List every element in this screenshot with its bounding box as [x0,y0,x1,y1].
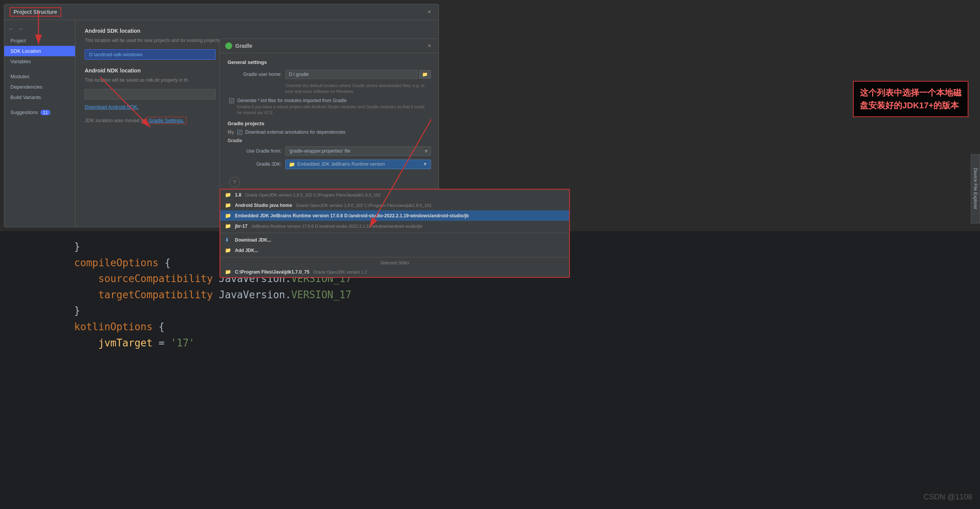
gradle-projects-title: Gradle projects [228,121,431,126]
android-java-sub: Oracle OpenJDK version 1.8.0_102 C:/Prog… [296,203,432,208]
android-sdk-input[interactable] [85,49,216,60]
gradle-titlebar: Gradle × [220,39,439,53]
jdk170-main: C:\Program Files\Java\jdk1.7.0_75 [235,269,309,275]
generate-iml-row: Generate *.iml files for modules importe… [228,98,431,116]
add-jdk-main: Add JDK... [235,248,258,253]
jdk18-main: 1.8 [235,192,241,198]
jdk-folder-icon: 📁 [289,161,295,167]
dropdown-divider-1 [220,233,569,233]
sidebar-item-suggestions[interactable]: Suggestions 11 [4,107,75,118]
annotation-text: 这个列表中选择一个本地磁盘安装好的JDK17+的版本 [860,88,962,110]
gradle-user-home-row: Gradle user home: 📁 [228,70,431,79]
nav-forward-button[interactable]: → [17,25,23,32]
download-annotations-row: My Download external annotations for dep… [228,129,431,135]
suggestions-badge: 11 [40,110,50,115]
svg-point-0 [227,44,231,48]
dropdown-item-add-jdk[interactable]: 📁 Add JDK... [220,245,569,255]
generate-iml-desc: Enable if you have a mixed project with … [237,104,429,116]
gradle-dialog-title: Gradle [235,43,252,49]
device-file-explorer-tab[interactable]: Device File Explorer [971,154,980,223]
embedded-jdk-main: Embedded JDK JetBrains Runtime version 1… [235,213,469,218]
gradle-user-home-label: Gradle user home: [228,72,281,77]
gradle-jdk-value: Embedded JDK JetBrains Runtime version [297,161,385,167]
dropdown-item-jdk18[interactable]: 📁 1.8 Oracle OpenJDK version 1.8.0_102 C… [220,190,569,200]
jdk-dropdown-content: 📁 Embedded JDK JetBrains Runtime version [289,161,385,167]
generate-iml-label-wrap: Generate *.iml files for modules importe… [237,98,429,116]
gradle-jdk-row: Gradle JDK: 📁 Embedded JDK JetBrains Run… [228,160,431,169]
project-structure-title: Project Structure [10,7,61,17]
gradle-user-home-input[interactable] [285,70,417,79]
project-short-label: My [228,129,234,135]
dropdown-item-jbr17[interactable]: 📁 jbr-17 JetBrains Runtime version 17.0.… [220,221,569,231]
gradle-settings-link[interactable]: Gradle Settings. [146,117,186,124]
gradle-body: General settings Gradle user home: 📁 Ove… [220,53,439,194]
jdk170-sub: Oracle OpenJDK version 1.7 [313,270,367,274]
embedded-jdk-folder-icon: 📁 [225,213,231,218]
gradle-home-folder-button[interactable]: 📁 [419,70,431,79]
android-ndk-input[interactable] [85,89,216,99]
help-button[interactable]: ? [229,177,240,188]
sidebar-item-project[interactable]: Project [4,35,75,46]
download-annotations-checkbox[interactable] [237,130,242,135]
use-gradle-from-label: Use Gradle from: [228,148,281,154]
gradle-jdk-dropdown[interactable]: 📁 Embedded JDK JetBrains Runtime version… [285,160,431,169]
generate-iml-checkbox[interactable] [229,98,234,103]
jdk18-sub: Oracle OpenJDK version 1.8.0_102 C:/Prog… [245,193,381,197]
project-structure-titlebar: Project Structure × [4,4,439,20]
project-structure-close-button[interactable]: × [426,8,433,16]
gradle-title-row: Gradle [225,42,252,49]
jdk-dropdown-popup: 📁 1.8 Oracle OpenJDK version 1.8.0_102 C… [219,189,570,278]
jbr17-main: jbr-17 [235,223,248,229]
sidebar-nav: ← → [4,24,75,35]
download-jdk-main: Download JDK... [235,237,271,243]
dropdown-item-jdk170[interactable]: 📁 C:\Program Files\Java\jdk1.7.0_75 Orac… [220,267,569,277]
watermark: CSDN @1108 [923,492,972,501]
sidebar-item-sdk-location[interactable]: SDK Location [4,46,75,56]
general-settings-title: General settings [228,59,431,65]
dropdown-divider-2 [220,257,569,257]
android-sdk-title: Android SDK location [85,28,429,34]
download-ndk-link[interactable]: Download Android NDK. [85,104,139,110]
jbr17-sub: JetBrains Runtime version 17.0.6 D:/andr… [251,224,423,228]
jbr17-folder-icon: 📁 [225,223,231,229]
dropdown-item-download-jdk[interactable]: ⬇ Download JDK... [220,235,569,245]
detected-sdks-header: Detected SDKs [220,259,569,267]
gradle-close-button[interactable]: × [426,42,433,50]
android-java-folder-icon: 📁 [225,202,231,208]
generate-iml-label: Generate *.iml files for modules importe… [237,98,429,103]
gradle-dialog: Gradle × General settings Gradle user ho… [219,39,439,194]
sidebar-item-build-variants[interactable]: Build Variants [4,92,75,102]
jdk18-folder-icon: 📁 [225,192,231,198]
gradle-home-hint: Override the default location where Grad… [285,83,431,95]
sidebar-item-variables[interactable]: Variables [4,56,75,67]
gradle-sub-title: Gradle [228,138,431,143]
help-row: ? [228,173,431,188]
annotation-box: 这个列表中选择一个本地磁盘安装好的JDK17+的版本 [853,81,968,117]
use-gradle-from-row: Use Gradle from: 'gradle-wrapper.propert… [228,146,431,156]
sidebar-item-dependencies[interactable]: Dependencies [4,82,75,92]
download-annotations-label: Download external annotations for depend… [245,129,345,135]
use-gradle-from-select[interactable]: 'gradle-wrapper.properties' file Specifi… [285,146,431,156]
gradle-user-home-input-wrap: 📁 [285,70,431,79]
jdk-dropdown-arrow: ▼ [423,161,427,167]
gradle-jdk-label: Gradle JDK: [228,161,281,167]
dropdown-item-embedded-jdk[interactable]: 📁 Embedded JDK JetBrains Runtime version… [220,210,569,221]
nav-back-button[interactable]: ← [8,25,14,32]
dropdown-item-android-studio-java[interactable]: 📁 Android Studio java home Oracle OpenJD… [220,200,569,210]
add-jdk-icon: 📁 [225,247,231,253]
sidebar-item-modules[interactable]: Modules [4,71,75,82]
jdk170-folder-icon: 📁 [225,269,231,275]
download-jdk-icon: ⬇ [225,237,231,243]
use-gradle-from-select-wrap: 'gradle-wrapper.properties' file Specifi… [285,146,431,156]
gradle-icon [225,42,232,49]
project-structure-sidebar: ← → Project SDK Location Variables Modul… [4,20,75,227]
android-java-main: Android Studio java home [235,203,292,208]
